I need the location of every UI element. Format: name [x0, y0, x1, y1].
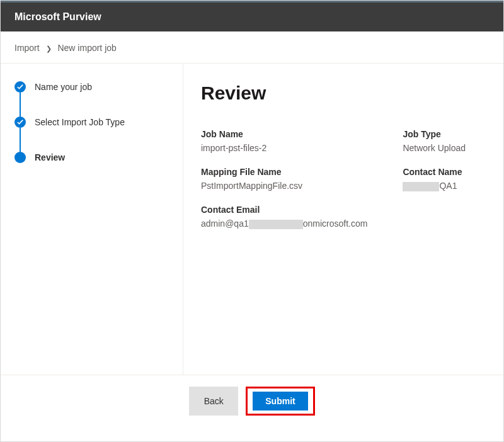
- submit-button[interactable]: Submit: [253, 392, 307, 411]
- field-job-name: Job Name import-pst-files-2: [201, 129, 367, 153]
- field-mapping-file: Mapping File Name PstImportMappingFile.c…: [201, 167, 367, 191]
- field-value: import-pst-files-2: [201, 143, 367, 153]
- field-job-type: Job Type Network Upload: [403, 129, 466, 153]
- footer-actions: Back Submit: [1, 375, 503, 427]
- redacted-segment: [249, 220, 303, 229]
- details-col-right: Job Type Network Upload Contact Name QA1: [403, 129, 466, 229]
- breadcrumb: Import ❯ New import job: [1, 31, 503, 63]
- wizard-steps-sidebar: Name your job Select Import Job Type Rev…: [1, 64, 183, 375]
- step-label: Select Import Job Type: [35, 117, 125, 127]
- field-label: Job Name: [201, 129, 367, 139]
- main-panel: Review Job Name import-pst-files-2 Mappi…: [183, 64, 503, 375]
- breadcrumb-current: New import job: [57, 43, 116, 53]
- field-contact-name: Contact Name QA1: [403, 167, 466, 191]
- chevron-right-icon: ❯: [46, 45, 52, 52]
- email-prefix: admin@qa1: [201, 218, 249, 229]
- app-header: Microsoft Purview: [1, 3, 503, 31]
- check-icon: [14, 116, 26, 128]
- field-label: Contact Name: [403, 167, 466, 177]
- email-suffix: onmicrosoft.com: [303, 218, 368, 229]
- details-grid: Job Name import-pst-files-2 Mapping File…: [201, 129, 486, 229]
- app-title: Microsoft Purview: [14, 11, 101, 22]
- back-button[interactable]: Back: [189, 387, 238, 416]
- field-value: admin@qa1onmicrosoft.com: [201, 218, 367, 229]
- step-name-your-job[interactable]: Name your job: [14, 81, 169, 93]
- contact-name-suffix: QA1: [439, 181, 457, 191]
- content-area: Name your job Select Import Job Type Rev…: [1, 63, 503, 375]
- step-select-import-type[interactable]: Select Import Job Type: [14, 116, 169, 128]
- breadcrumb-root[interactable]: Import: [14, 43, 40, 53]
- check-icon: [14, 81, 26, 93]
- step-label: Review: [35, 152, 65, 162]
- step-review[interactable]: Review: [14, 152, 169, 163]
- details-col-left: Job Name import-pst-files-2 Mapping File…: [201, 129, 367, 229]
- submit-highlight: Submit: [246, 387, 314, 416]
- field-label: Mapping File Name: [201, 167, 367, 177]
- field-label: Job Type: [403, 129, 466, 139]
- step-connector: [20, 93, 21, 116]
- current-step-icon: [14, 152, 26, 163]
- field-label: Contact Email: [201, 205, 367, 215]
- field-value: Network Upload: [403, 143, 466, 153]
- redacted-segment: [403, 182, 439, 191]
- step-label: Name your job: [35, 82, 92, 92]
- page-title: Review: [201, 82, 486, 104]
- step-connector: [20, 128, 21, 152]
- field-value: PstImportMappingFile.csv: [201, 181, 367, 191]
- field-contact-email: Contact Email admin@qa1onmicrosoft.com: [201, 205, 367, 229]
- field-value: QA1: [403, 181, 466, 191]
